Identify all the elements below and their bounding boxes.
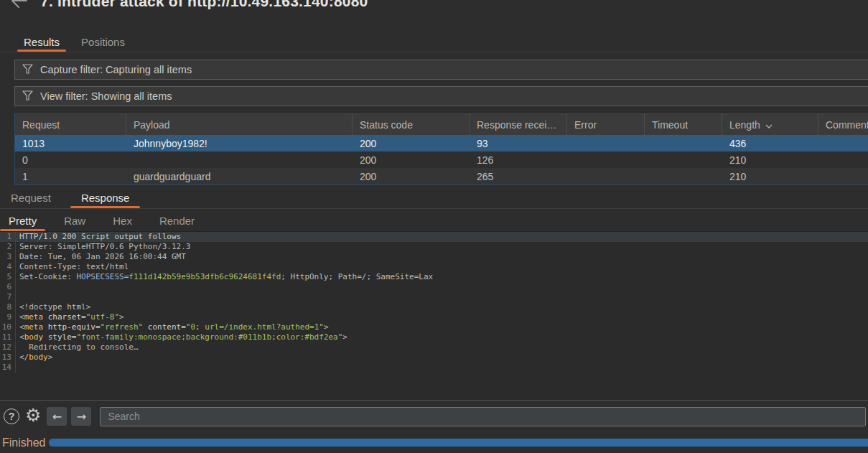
- code-text: [16, 363, 19, 373]
- back-arrow-icon[interactable]: [9, 0, 29, 11]
- table-row[interactable]: 0200126210: [15, 151, 868, 168]
- arrow-left-icon: ←: [52, 410, 62, 424]
- tab-results[interactable]: Results: [17, 32, 66, 52]
- line-number: 7: [0, 292, 16, 302]
- code-text: Set-Cookie: HOPSECSESS=f111d142b59e9b53d…: [16, 272, 433, 282]
- column-header-received[interactable]: Response received: [470, 114, 567, 135]
- table-cell-timeout[interactable]: [645, 168, 722, 185]
- table-cell-length[interactable]: 210: [722, 168, 818, 185]
- line-number: 4: [0, 262, 16, 272]
- code-text: HTTP/1.0 200 Script output follows: [16, 232, 181, 242]
- tab-label: Hex: [113, 215, 132, 227]
- table-cell-timeout[interactable]: [645, 151, 722, 168]
- line-number: 11: [0, 332, 16, 342]
- table-cell-timeout[interactable]: [645, 135, 722, 151]
- results-table-header: RequestPayloadStatus codeResponse receiv…: [15, 114, 868, 135]
- tab-pretty[interactable]: Pretty: [0, 210, 45, 231]
- column-header-payload[interactable]: Payload: [126, 114, 353, 135]
- table-cell-status[interactable]: 200: [353, 151, 470, 168]
- main-tab-bar: ResultsPositions: [0, 32, 868, 52]
- table-cell-payload[interactable]: guardguardguard: [126, 168, 353, 185]
- tab-label: Positions: [81, 36, 125, 48]
- column-header-request[interactable]: Request: [15, 114, 126, 135]
- table-cell-comment[interactable]: [818, 135, 868, 151]
- code-text: <meta http-equiv="refresh" content="0; u…: [16, 322, 329, 332]
- table-cell-status[interactable]: 200: [353, 135, 470, 151]
- column-label: Request: [22, 119, 60, 131]
- column-label: Length: [729, 119, 760, 131]
- gear-icon[interactable]: ⚙: [25, 406, 41, 425]
- table-cell-length[interactable]: 210: [722, 151, 818, 168]
- line-number: 1: [0, 232, 16, 242]
- results-table-body: 1013Johnnyboy1982!2009343602001262101gua…: [15, 135, 868, 185]
- table-cell-comment[interactable]: [818, 151, 868, 168]
- capture-filter-label: Capture filter: Capturing all items: [40, 64, 192, 75]
- funnel-icon: [22, 64, 33, 76]
- code-text: [16, 292, 19, 302]
- line-number: 6: [0, 282, 16, 292]
- line-number: 12: [0, 342, 16, 352]
- code-line: 8<!doctype html>: [0, 302, 868, 312]
- view-filter-label: View filter: Showing all items: [40, 90, 172, 102]
- tab-response[interactable]: Response: [70, 187, 141, 208]
- code-line: 1HTTP/1.0 200 Script output follows: [0, 232, 868, 242]
- table-row[interactable]: 1guardguardguard200265210: [15, 168, 868, 185]
- tab-request[interactable]: Request: [0, 187, 62, 208]
- tab-positions[interactable]: Positions: [75, 32, 131, 52]
- code-line: 6: [0, 282, 868, 292]
- help-icon[interactable]: ?: [4, 408, 19, 424]
- sort-chevron-down-icon: [765, 119, 773, 131]
- code-text: </body>: [16, 352, 52, 363]
- column-label: Timeout: [652, 119, 688, 131]
- code-line: 14: [0, 363, 868, 373]
- table-cell-request[interactable]: 1013: [15, 135, 126, 151]
- code-line: 7: [0, 292, 868, 302]
- code-text: Content-Type: text/html: [16, 262, 129, 272]
- view-filter-bar[interactable]: View filter: Showing all items: [14, 86, 868, 106]
- code-line: 11<body style="font-family:monospace;bac…: [0, 332, 868, 342]
- code-line: 10<meta http-equiv="refresh" content="0;…: [0, 322, 868, 332]
- line-number: 3: [0, 252, 16, 262]
- view-mode-tab-bar: PrettyRawHexRender: [0, 210, 868, 231]
- table-cell-length[interactable]: 436: [722, 135, 818, 151]
- tab-hex[interactable]: Hex: [104, 210, 141, 231]
- tab-label: Results: [24, 36, 60, 48]
- code-line: 4Content-Type: text/html: [0, 262, 868, 272]
- code-line: 9<meta charset="utf-8">: [0, 312, 868, 322]
- code-text: Server: SimpleHTTP/0.6 Python/3.12.3: [16, 242, 190, 252]
- table-cell-payload[interactable]: Johnnyboy1982!: [126, 135, 353, 151]
- search-next-button[interactable]: →: [71, 407, 91, 426]
- table-cell-request[interactable]: 1: [15, 168, 126, 185]
- column-header-length[interactable]: Length: [722, 114, 818, 135]
- table-cell-error[interactable]: [567, 168, 645, 185]
- table-cell-error[interactable]: [567, 135, 645, 151]
- table-cell-received[interactable]: 93: [470, 135, 567, 151]
- capture-filter-bar[interactable]: Capture filter: Capturing all items: [14, 60, 868, 80]
- tab-render[interactable]: Render: [151, 210, 203, 231]
- table-cell-received[interactable]: 126: [470, 151, 567, 168]
- results-table: RequestPayloadStatus codeResponse receiv…: [14, 113, 868, 185]
- table-cell-payload[interactable]: [126, 151, 353, 168]
- bottom-toolbar: ? ⚙ ← →: [0, 401, 868, 432]
- line-number: 10: [0, 322, 16, 332]
- line-number: 13: [0, 352, 16, 363]
- table-cell-received[interactable]: 265: [470, 168, 567, 185]
- code-text: [16, 282, 19, 292]
- table-cell-comment[interactable]: [818, 168, 868, 185]
- table-row[interactable]: 1013Johnnyboy1982!20093436: [15, 135, 868, 151]
- column-header-comment[interactable]: Comment: [818, 114, 868, 135]
- code-text: Date: Tue, 06 Jan 2026 16:00:44 GMT: [16, 252, 186, 262]
- column-header-status[interactable]: Status code: [353, 114, 470, 135]
- arrow-right-icon: →: [77, 410, 86, 424]
- search-prev-button[interactable]: ←: [47, 407, 67, 426]
- tab-label: Request: [11, 192, 51, 204]
- table-cell-request[interactable]: 0: [15, 151, 126, 168]
- table-cell-error[interactable]: [567, 151, 645, 168]
- response-editor[interactable]: 1HTTP/1.0 200 Script output follows2Serv…: [0, 231, 868, 401]
- search-input[interactable]: [100, 407, 866, 426]
- column-header-error[interactable]: Error: [567, 114, 645, 135]
- column-header-timeout[interactable]: Timeout: [645, 114, 722, 135]
- table-cell-status[interactable]: 200: [353, 168, 470, 185]
- tab-raw[interactable]: Raw: [55, 210, 94, 231]
- column-label: Status code: [360, 119, 413, 131]
